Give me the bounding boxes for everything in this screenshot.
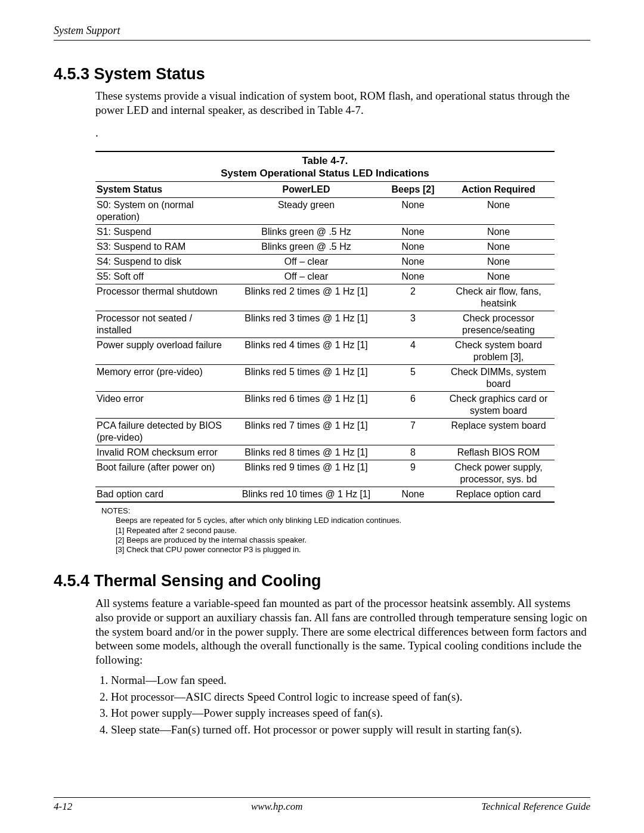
table-cell: Check DIMMs, system board [442, 365, 555, 392]
page-footer: 4-12 www.hp.com Technical Reference Guid… [54, 797, 590, 813]
section2-para: All systems feature a variable-speed fan… [95, 596, 590, 667]
table-cell: Invalid ROM checksum error [95, 445, 229, 460]
stray-dot: . [95, 126, 590, 140]
note-item: Beeps are repeated for 5 cycles, after w… [116, 516, 590, 525]
table-row: S4: Suspend to diskOff – clearNoneNone [95, 255, 555, 270]
table-row: Power supply overload failureBlinks red … [95, 338, 555, 365]
table-cell: Steady green [229, 198, 383, 225]
table-cell: None [442, 255, 555, 270]
table-cell: Blinks red 5 times @ 1 Hz [1] [229, 365, 383, 392]
section-title-1: System Status [94, 65, 205, 83]
section-number-1: 4.5.3 [54, 65, 89, 83]
table-cell: Blinks red 10 times @ 1 Hz [1] [229, 487, 383, 503]
note-item: [3] Check that CPU power connector P3 is… [116, 545, 590, 555]
th-beeps: Beeps [2] [383, 182, 442, 198]
table-subcaption: System Operational Status LED Indication… [95, 167, 555, 182]
table-cell: Blinks red 2 times @ 1 Hz [1] [229, 284, 383, 311]
table-cell: S1: Suspend [95, 225, 229, 240]
table-cell: Processor not seated / installed [95, 311, 229, 338]
table-cell: Video error [95, 392, 229, 419]
table-cell: S5: Soft off [95, 270, 229, 284]
table-cell: 7 [383, 419, 442, 445]
footer-page-number: 4-12 [54, 800, 72, 813]
table-cell: Memory error (pre-video) [95, 365, 229, 392]
table-cell: Blinks green @ .5 Hz [229, 225, 383, 240]
table-cell: Blinks red 3 times @ 1 Hz [1] [229, 311, 383, 338]
table-cell: None [442, 225, 555, 240]
section-heading-2: 4.5.4 Thermal Sensing and Cooling [54, 571, 590, 592]
table-cell: 4 [383, 338, 442, 365]
table-cell: Check processor presence/seating [442, 311, 555, 338]
table-row: Boot failure (after power on)Blinks red … [95, 460, 555, 487]
table-cell: 3 [383, 311, 442, 338]
table-cell: 9 [383, 460, 442, 487]
table-cell: None [383, 255, 442, 270]
table-wrapper: Table 4-7. System Operational Status LED… [95, 151, 555, 503]
table-cell: Blinks green @ .5 Hz [229, 240, 383, 255]
table-row: Bad option cardBlinks red 10 times @ 1 H… [95, 487, 555, 503]
table-cell: None [383, 487, 442, 503]
table-header-row: System Status PowerLED Beeps [2] Action … [95, 182, 555, 198]
table-row: Video errorBlinks red 6 times @ 1 Hz [1]… [95, 392, 555, 419]
table-cell: 2 [383, 284, 442, 311]
table-cell: Off – clear [229, 270, 383, 284]
table-cell: Check air flow, fans, heatsink [442, 284, 555, 311]
table-cell: Replace system board [442, 419, 555, 445]
running-header: System Support [54, 24, 590, 41]
table-cell: 6 [383, 392, 442, 419]
table-row: Processor thermal shutdownBlinks red 2 t… [95, 284, 555, 311]
table-cell: None [383, 270, 442, 284]
table-cell: Boot failure (after power on) [95, 460, 229, 487]
table-cell: Blinks red 6 times @ 1 Hz [1] [229, 392, 383, 419]
table-cell: None [442, 198, 555, 225]
th-status: System Status [95, 182, 229, 198]
table-cell: None [442, 270, 555, 284]
table-cell: Check graphics card or system board [442, 392, 555, 419]
table-cell: PCA failure detected by BIOS (pre-video) [95, 419, 229, 445]
notes-heading: NOTES: [101, 506, 590, 516]
list-item: Normal—Low fan speed. [111, 673, 590, 688]
table-cell: None [383, 225, 442, 240]
table-cell: S4: Suspend to disk [95, 255, 229, 270]
list-item: Hot power supply—Power supply increases … [111, 706, 590, 720]
table-cell: None [383, 198, 442, 225]
section1-para: These systems provide a visual indicatio… [95, 89, 590, 117]
table-cell: 8 [383, 445, 442, 460]
section-title-2: Thermal Sensing and Cooling [94, 572, 321, 590]
table-row: Processor not seated / installedBlinks r… [95, 311, 555, 338]
table-cell: None [442, 240, 555, 255]
note-item: [2] Beeps are produced by the internal c… [116, 535, 590, 545]
conditions-list: Normal—Low fan speed. Hot processor—ASIC… [95, 673, 590, 737]
table-row: S5: Soft offOff – clearNoneNone [95, 270, 555, 284]
table-cell: S3: Suspend to RAM [95, 240, 229, 255]
table-cell: Reflash BIOS ROM [442, 445, 555, 460]
table-notes: NOTES: Beeps are repeated for 5 cycles, … [95, 506, 590, 555]
table-cell: Replace option card [442, 487, 555, 503]
table-cell: S0: System on (normal operation) [95, 198, 229, 225]
note-item: [1] Repeated after 2 second pause. [116, 526, 590, 535]
table-cell: Processor thermal shutdown [95, 284, 229, 311]
table-cell: Power supply overload failure [95, 338, 229, 365]
list-item: Sleep state—Fan(s) turned off. Hot proce… [111, 723, 590, 737]
th-powerled: PowerLED [229, 182, 383, 198]
table-row: Invalid ROM checksum errorBlinks red 8 t… [95, 445, 555, 460]
section-heading-1: 4.5.3 System Status [54, 64, 590, 85]
table-cell: Blinks red 4 times @ 1 Hz [1] [229, 338, 383, 365]
section-number-2: 4.5.4 [54, 572, 89, 590]
table-caption: Table 4-7. [95, 151, 555, 167]
table-cell: Off – clear [229, 255, 383, 270]
table-cell: 5 [383, 365, 442, 392]
table-cell: None [383, 240, 442, 255]
table-cell: Blinks red 7 times @ 1 Hz [1] [229, 419, 383, 445]
table-row: S3: Suspend to RAMBlinks green @ .5 HzNo… [95, 240, 555, 255]
table-cell: Blinks red 8 times @ 1 Hz [1] [229, 445, 383, 460]
table-cell: Check system board problem [3], [442, 338, 555, 365]
table-cell: Check power supply, processor, sys. bd [442, 460, 555, 487]
table-row: S1: SuspendBlinks green @ .5 HzNoneNone [95, 225, 555, 240]
table-row: S0: System on (normal operation)Steady g… [95, 198, 555, 225]
table-cell: Bad option card [95, 487, 229, 503]
table-cell: Blinks red 9 times @ 1 Hz [1] [229, 460, 383, 487]
list-item: Hot processor—ASIC directs Speed Control… [111, 690, 590, 704]
th-action: Action Required [442, 182, 555, 198]
table-row: Memory error (pre-video)Blinks red 5 tim… [95, 365, 555, 392]
